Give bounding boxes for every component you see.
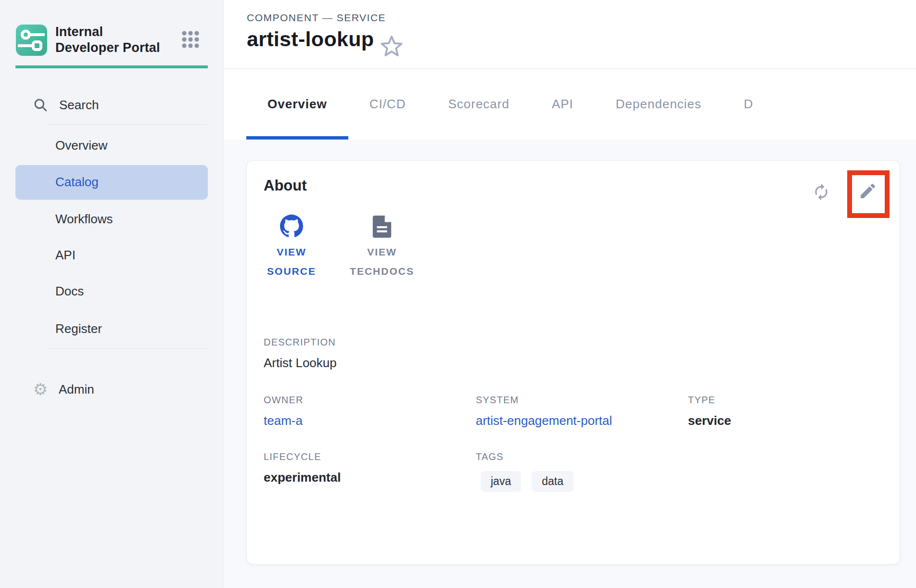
field-value: service [688, 413, 731, 428]
tag-chip[interactable]: java [481, 471, 521, 492]
entity-header: COMPONENT — SERVICE artist-lookup Overvi… [224, 0, 916, 140]
field-label: TAGS [476, 451, 688, 462]
tab-content: About [224, 140, 916, 588]
sidebar-item-register[interactable]: Register [0, 319, 224, 338]
field-type: TYPE service [688, 395, 731, 428]
field-tags: TAGS java data [476, 451, 688, 492]
field-label: TYPE [688, 395, 731, 406]
tab-scorecard[interactable]: Scorecard [427, 68, 531, 140]
portal-title: Internal Developer Portal [55, 24, 166, 56]
sidebar-item-label: Admin [59, 382, 94, 397]
view-techdocs-label: VIEW TECHDOCS [350, 243, 414, 281]
sidebar-item-label: Overview [55, 138, 107, 153]
view-source-link[interactable]: VIEW SOURCE [261, 214, 322, 281]
sidebar-item-label: Register [55, 321, 102, 336]
edit-icon[interactable] [858, 181, 878, 201]
brand-underline [15, 65, 208, 68]
tab-api[interactable]: API [531, 68, 595, 140]
tab-overview[interactable]: Overview [246, 68, 348, 140]
sidebar-item-api[interactable]: API [0, 245, 224, 265]
tag-chip[interactable]: data [532, 471, 573, 492]
tab-dependencies[interactable]: Dependencies [595, 68, 723, 140]
tab-cicd[interactable]: CI/CD [348, 68, 427, 140]
about-fields-row: OWNER team-a SYSTEM artist-engagement-po… [264, 395, 731, 428]
tags-list: java data [481, 471, 688, 492]
search-icon [32, 96, 49, 114]
about-card: About [246, 160, 900, 564]
field-owner: OWNER team-a [264, 395, 476, 428]
about-fields-row: LIFECYCLE experimental TAGS java data [264, 451, 688, 492]
portal-logo-icon [16, 25, 47, 56]
refresh-icon[interactable] [812, 182, 831, 202]
sidebar-divider [47, 348, 208, 349]
system-link[interactable]: artist-engagement-portal [476, 413, 688, 428]
github-icon [280, 214, 303, 238]
field-label: SYSTEM [476, 395, 688, 406]
field-label: LIFECYCLE [264, 451, 476, 462]
about-links: VIEW SOURCE [261, 214, 424, 281]
sidebar-item-label: API [55, 248, 76, 263]
field-lifecycle: LIFECYCLE experimental [264, 451, 476, 492]
field-system: SYSTEM artist-engagement-portal [476, 395, 688, 428]
owner-link[interactable]: team-a [264, 413, 476, 428]
favorite-star-icon[interactable] [379, 34, 404, 59]
sidebar-divider [47, 124, 208, 125]
sidebar-item-workflows[interactable]: Workflows [0, 209, 224, 229]
sidebar-item-docs[interactable]: Docs [0, 281, 224, 301]
sidebar-item-admin[interactable]: ⚙ Admin [0, 380, 224, 399]
sidebar-item-search[interactable]: Search [0, 95, 224, 115]
techdocs-icon [372, 214, 392, 238]
sidebar-item-label: Workflows [55, 212, 113, 227]
sidebar-item-label: Docs [55, 284, 84, 299]
apps-grid-icon[interactable] [181, 30, 200, 49]
tab-bar: Overview CI/CD Scorecard API Dependencie… [246, 68, 753, 140]
sidebar-item-overview[interactable]: Overview [0, 136, 224, 155]
sidebar-item-label: Catalog [55, 175, 99, 190]
main-area: COMPONENT — SERVICE artist-lookup Overvi… [224, 0, 916, 588]
field-label: OWNER [264, 395, 476, 406]
page-title: artist-lookup [247, 27, 374, 51]
sidebar-item-label: Search [59, 98, 99, 113]
brand: Internal Developer Portal [16, 24, 166, 56]
view-techdocs-link[interactable]: VIEW TECHDOCS [340, 214, 424, 281]
sidebar-item-catalog[interactable]: Catalog [0, 172, 224, 192]
field-label: DESCRIPTION [264, 337, 337, 348]
entity-kind-breadcrumb: COMPONENT — SERVICE [247, 12, 386, 24]
sidebar: Internal Developer Portal Search Overvie… [0, 0, 224, 588]
gear-icon: ⚙ [32, 381, 49, 398]
field-value: experimental [264, 470, 476, 485]
view-source-label: VIEW SOURCE [267, 243, 316, 281]
tab-docs-clipped[interactable]: D [723, 68, 753, 140]
field-value: Artist Lookup [264, 356, 337, 371]
app-root: Internal Developer Portal Search Overvie… [0, 0, 916, 588]
about-card-title: About [264, 177, 307, 194]
field-description: DESCRIPTION Artist Lookup [264, 337, 337, 371]
